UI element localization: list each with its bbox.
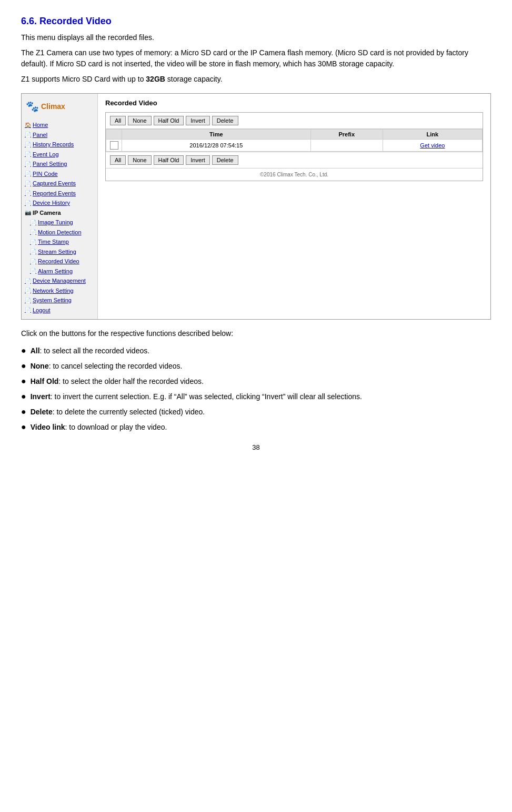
main-content: Recorded Video All None Half Old Invert … <box>98 94 490 319</box>
sidebar-label-device-history: Device History <box>33 199 70 207</box>
panel-footer: ©2016 Climax Tech. Co., Ltd. <box>106 169 483 181</box>
click-instruction: Click on the buttons for the respective … <box>21 328 491 339</box>
bullet-dot-6: ● <box>21 422 26 433</box>
bullet-invert: ● Invert: to invert the current selectio… <box>21 391 491 402</box>
sidebar-label-system-setting: System Setting <box>33 296 72 305</box>
sidebar-label-reported-events: Reported Events <box>33 189 76 198</box>
get-video-link[interactable]: Get video <box>420 142 445 148</box>
stream-setting-icon: 📄 <box>30 247 36 255</box>
bullet-video-link: ● Video link: to download or play the vi… <box>21 422 491 433</box>
bullet-dot-2: ● <box>21 361 26 372</box>
section-heading: 6.6. Recorded Video <box>21 16 491 27</box>
page-number: 38 <box>21 443 491 451</box>
sidebar-item-device-history[interactable]: 📄 Device History <box>24 198 95 208</box>
none-button-top[interactable]: None <box>128 116 151 125</box>
sidebar-item-alarm-setting[interactable]: 📄 Alarm Setting <box>29 266 95 276</box>
delete-button-bottom[interactable]: Delete <box>212 155 238 165</box>
sidebar-item-recorded-video[interactable]: 📄 Recorded Video <box>29 256 95 266</box>
bullet-half-old-text: Half Old: to select the older half the r… <box>31 376 204 387</box>
para-3-text: Z1 supports Micro SD Card with up to <box>21 75 146 83</box>
logo-text: Climax <box>41 102 65 111</box>
bullet-invert-term: Invert <box>31 392 51 401</box>
sidebar-item-motion-detection[interactable]: 📄 Motion Detection <box>29 227 95 237</box>
sidebar-item-event-log[interactable]: 📄 Event Log <box>24 150 95 160</box>
sidebar-label-home: Home <box>33 121 48 130</box>
sidebar-item-stream-setting[interactable]: 📄 Stream Setting <box>29 247 95 257</box>
sidebar-item-panel[interactable]: 📄 Panel <box>24 130 95 140</box>
bullet-all-term: All <box>31 346 40 355</box>
none-button-bottom[interactable]: None <box>128 155 151 165</box>
device-management-icon: 📄 <box>25 277 31 285</box>
delete-button-top[interactable]: Delete <box>212 116 238 125</box>
reported-events-icon: 📄 <box>25 189 31 197</box>
bullet-dot-3: ● <box>21 376 26 387</box>
captured-events-icon: 📄 <box>25 180 31 187</box>
all-button-bottom[interactable]: All <box>110 155 126 165</box>
sidebar-item-network-setting[interactable]: 📄 Network Setting <box>24 286 95 296</box>
col-header-prefix: Prefix <box>310 130 383 140</box>
row-time: 2016/12/28 07:54:15 <box>122 140 311 152</box>
bullet-invert-text: Invert: to invert the current selection.… <box>31 391 362 402</box>
home-icon: 🏠 <box>25 121 31 129</box>
history-records-icon: 📄 <box>25 141 31 148</box>
panel-setting-icon: 📄 <box>25 160 31 168</box>
top-toolbar: All None Half Old Invert Delete <box>106 113 483 129</box>
sidebar-item-panel-setting[interactable]: 📄 Panel Setting <box>24 159 95 169</box>
bullet-none-desc: : to cancel selecting the recorded video… <box>49 362 183 370</box>
ip-camera-icon: 📷 <box>25 209 31 216</box>
event-log-icon: 📄 <box>25 150 31 158</box>
bullet-delete-text: Delete: to delete the currently selected… <box>31 407 205 418</box>
alarm-setting-icon: 📄 <box>30 267 36 275</box>
bullet-none: ● None: to cancel selecting the recorded… <box>21 361 491 372</box>
bottom-toolbar: All None Half Old Invert Delete <box>106 152 483 169</box>
bullet-none-text: None: to cancel selecting the recorded v… <box>31 361 183 372</box>
sidebar-item-logout[interactable]: 📄 Logout <box>24 305 95 315</box>
half-old-button-top[interactable]: Half Old <box>154 116 184 125</box>
sidebar-item-time-stamp[interactable]: 📄 Time Stamp <box>29 237 95 247</box>
sidebar-item-history-records[interactable]: 📄 History Records <box>24 140 95 150</box>
half-old-button-bottom[interactable]: Half Old <box>154 155 184 165</box>
bullet-video-link-desc: : to download or play the video. <box>65 423 167 431</box>
bullet-dot-4: ● <box>21 391 26 402</box>
sidebar-label-motion-detection: Motion Detection <box>38 228 82 237</box>
system-setting-icon: 📄 <box>25 296 31 304</box>
table-row: 2016/12/28 07:54:15 Get video <box>106 140 483 152</box>
logo-area: 🐾 Climax <box>24 98 95 115</box>
invert-button-bottom[interactable]: Invert <box>186 155 210 165</box>
bullet-delete: ● Delete: to delete the currently select… <box>21 407 491 418</box>
sidebar-item-home[interactable]: 🏠 Home <box>24 120 95 130</box>
bullet-all: ● All: to select all the recorded videos… <box>21 345 491 357</box>
sidebar-item-pin-code[interactable]: 📄 PIN Code <box>24 169 95 179</box>
invert-button-top[interactable]: Invert <box>186 116 210 125</box>
sidebar-label-ip-camera: IP Camera <box>33 209 61 217</box>
col-header-link: Link <box>383 130 482 140</box>
sidebar-item-system-setting[interactable]: 📄 System Setting <box>24 295 95 305</box>
sidebar-label-pin-code: PIN Code <box>33 170 58 179</box>
bullet-invert-desc: : to invert the current selection. E.g. … <box>51 392 362 401</box>
sidebar-label-time-stamp: Time Stamp <box>38 237 69 246</box>
sidebar-label-logout: Logout <box>33 306 51 315</box>
para-3: Z1 supports Micro SD Card with up to 32G… <box>21 74 491 85</box>
sidebar: 🐾 Climax 🏠 Home 📄 Panel 📄 History Record… <box>22 94 98 319</box>
sidebar-item-ip-camera[interactable]: 📷 IP Camera <box>24 208 95 218</box>
sidebar-item-reported-events[interactable]: 📄 Reported Events <box>24 189 95 199</box>
bullet-delete-term: Delete <box>31 408 53 416</box>
bullet-all-text: All: to select all the recorded videos. <box>31 345 149 357</box>
bullet-delete-desc: : to delete the currently selected (tick… <box>53 408 205 416</box>
row-prefix <box>310 140 383 152</box>
para-2: The Z1 Camera can use two types of memor… <box>21 47 491 70</box>
all-button-top[interactable]: All <box>110 116 126 125</box>
recorded-video-table: Time Prefix Link 2016/12/28 07:54:15 Get… <box>106 129 483 152</box>
sidebar-item-device-management[interactable]: 📄 Device Management <box>24 276 95 286</box>
motion-detection-icon: 📄 <box>30 228 36 236</box>
sidebar-item-image-tuning[interactable]: 📄 Image Tuning <box>29 217 95 227</box>
sidebar-label-image-tuning: Image Tuning <box>38 218 73 227</box>
screenshot-box: 🐾 Climax 🏠 Home 📄 Panel 📄 History Record… <box>21 93 491 320</box>
sidebar-item-captured-events[interactable]: 📄 Captured Events <box>24 179 95 189</box>
logo-icon: 🐾 <box>26 100 39 113</box>
bullet-list: ● All: to select all the recorded videos… <box>21 345 491 433</box>
recorded-video-panel: All None Half Old Invert Delete Time Pre… <box>105 112 483 181</box>
row-checkbox[interactable] <box>110 141 118 150</box>
bullet-half-old: ● Half Old: to select the older half the… <box>21 376 491 387</box>
bullet-dot-1: ● <box>21 345 26 357</box>
